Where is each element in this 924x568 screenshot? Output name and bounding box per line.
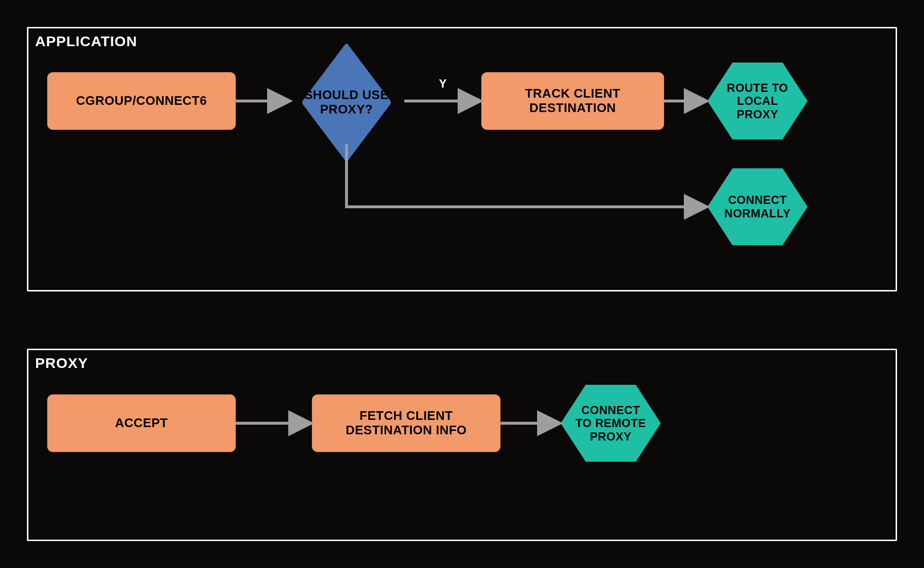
node-track-client-destination: TRACK CLIENTDESTINATION	[481, 72, 664, 130]
node-should-use-proxy: SHOULD USEPROXY?	[284, 57, 409, 148]
node-route-to-local-proxy-label: ROUTE TOLOCALPROXY	[727, 81, 788, 121]
panel-proxy-title: PROXY	[35, 355, 88, 371]
node-connect-normally-label: CONNECTNORMALLY	[724, 193, 791, 220]
panel-application-title: APPLICATION	[35, 33, 137, 50]
edge-label-yes: Y	[439, 77, 447, 90]
diagram-canvas: APPLICATION CGROUP/CONNECT6 SHOULD USEPR…	[0, 0, 924, 568]
node-fetch-client-destination-info: FETCH CLIENTDESTINATION INFO	[312, 394, 500, 452]
node-should-use-proxy-label: SHOULD USEPROXY?	[304, 88, 388, 117]
node-connect-to-remote-proxy-label: CONNECTTO REMOTEPROXY	[576, 404, 646, 443]
node-accept: ACCEPT	[47, 394, 236, 452]
node-cgroup-connect6: CGROUP/CONNECT6	[47, 72, 236, 130]
